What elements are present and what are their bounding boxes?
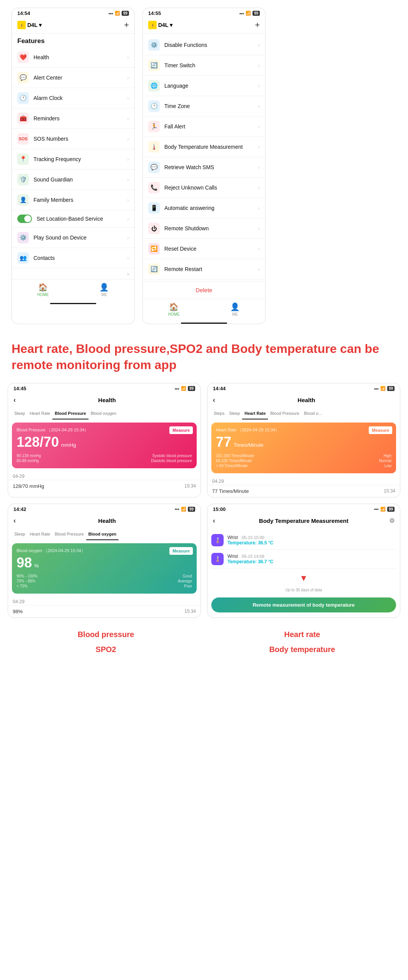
menu-item-reset[interactable]: 🔁 Reset Device › [143, 239, 265, 259]
hr-back-button[interactable]: ‹ [213, 396, 215, 404]
menu-item-reject[interactable]: 📞 Reject Unknown Calls › [143, 178, 265, 198]
bp-tab-bloodpressure[interactable]: Blood Pressure [52, 409, 88, 419]
reset-chevron: › [258, 246, 260, 252]
timezone-icon: 🕐 [148, 100, 160, 112]
tab-me-right[interactable]: 👤 ME [230, 302, 240, 316]
delete-button[interactable]: Delete [143, 281, 265, 299]
temp-wrist-icon-2: 🌡️ [211, 553, 224, 565]
more-chevron-left: › [127, 271, 129, 277]
bp-tab-sleep[interactable]: Sleep [12, 409, 27, 419]
play-sound-icon: ⚙️ [17, 232, 29, 243]
tab-me-left[interactable]: 👤 ME [99, 283, 109, 297]
menu-item-auto-answer[interactable]: 📱 Automatic answering › [143, 198, 265, 218]
tab-home-left[interactable]: 🏠 HOME [37, 283, 49, 297]
menu-item-sms[interactable]: 💬 Retrieve Watch SMS › [143, 157, 265, 178]
add-button-left[interactable]: + [124, 20, 129, 30]
bp-record: 128/70 mmHg 15:34 [8, 480, 201, 492]
tab-home-right[interactable]: 🏠 HOME [168, 302, 180, 316]
menu-item-disable[interactable]: ⚙️ Disable Functions › [143, 35, 265, 55]
spo2-back-button[interactable]: ‹ [13, 517, 16, 525]
body-temp-label: Body Temperature Measurement [164, 144, 258, 150]
menu-item-body-temp[interactable]: 🌡️ Body Temperature Measurement › [143, 137, 265, 157]
spo2-unit: % [34, 563, 39, 569]
temp-battery: 99 [387, 507, 395, 512]
shutdown-label: Remote Shutdown [164, 225, 258, 231]
menu-item-timer[interactable]: 🔄 Timer Switch › [143, 55, 265, 76]
spo2-phone: 14:42 ▪▪▪ 📶 99 ‹ Health Sleep Heart Rate… [8, 504, 201, 618]
menu-item-play-sound[interactable]: ⚙️ Play Sound on Device › [12, 228, 134, 248]
spo2-nav-title: Health [19, 517, 195, 524]
hr-record-time: 15:34 [384, 488, 395, 494]
menu-item-tracking[interactable]: 📍 Tracking Frequency › [12, 149, 134, 170]
temp-time: 15:00 [213, 506, 226, 512]
bp-value: 128/70 [17, 434, 59, 450]
temp-nav-header: ‹ Body Temperature Measurement ⚙ [207, 514, 400, 528]
hr-wifi: 📶 [380, 386, 386, 391]
contacts-icon: 👥 [17, 252, 29, 264]
menu-item-family[interactable]: 👤 Family Members › [12, 190, 134, 210]
headline-text: Heart rate, Blood pressure,SPO2 and Body… [12, 341, 396, 373]
menu-item-timezone[interactable]: 🕐 Time Zone › [143, 96, 265, 116]
hr-tab-steps[interactable]: Steps [211, 409, 227, 419]
menu-item-contacts[interactable]: 👥 Contacts › [12, 248, 134, 268]
brand-logo-left[interactable]: ⚠️ D4L ▾ [17, 21, 42, 29]
body-temp-icon: 🌡️ [148, 141, 160, 153]
menu-item-sound-guardian[interactable]: 🛡️ Sound Guardian › [12, 170, 134, 190]
hr-measure-button[interactable]: Measure [369, 426, 392, 434]
contacts-label: Contacts [33, 255, 127, 261]
hr-tab-bp[interactable]: Blood Pressure [268, 409, 301, 419]
language-label: Language [164, 83, 258, 89]
menu-item-alert-center[interactable]: 💬 Alert Center › [12, 68, 134, 88]
hr-tab-heartrate[interactable]: Heart Rate [242, 409, 268, 419]
home-tab-icon-right: 🏠 [169, 302, 179, 311]
brand-name-right: D4L [158, 22, 168, 28]
signal-icon-right: ▪▪▪ [239, 11, 244, 16]
me-tab-icon-left: 👤 [99, 283, 109, 292]
play-sound-chevron: › [127, 235, 129, 241]
bp-tab-heartrate[interactable]: Heart Rate [27, 409, 52, 419]
spo2-tab-sleep[interactable]: Sleep [12, 530, 27, 540]
shutdown-icon: ⏻ [148, 223, 160, 234]
temp-list: 🌡️ Wrist 05-15 15:00 Temperature: 36.5 °… [207, 528, 400, 572]
spo2-tab-oxygen[interactable]: Blood oxygen [86, 530, 119, 540]
bp-signal: ▪▪▪ [175, 386, 179, 391]
spo2-tab-bp[interactable]: Blood Pressure [52, 530, 86, 540]
spo2-tab-heartrate[interactable]: Heart Rate [27, 530, 52, 540]
restart-icon: 🔄 [148, 263, 160, 275]
menu-item-restart[interactable]: 🔄 Remote Restart › [143, 259, 265, 280]
wifi-icon-right: 📶 [246, 11, 251, 16]
right-phone: 14:55 ▪▪▪ 📶 99 ⚠️ D4L ▾ + ⚙️ Disable Fun… [142, 8, 266, 324]
menu-item-language[interactable]: 🌐 Language › [143, 76, 265, 96]
alert-center-icon: 💬 [17, 72, 29, 83]
bp-card: Blood Pressure （2024-04-29 15:34） 128/70… [12, 423, 197, 468]
spo2-measure-button[interactable]: Measure [169, 547, 193, 555]
hr-tab-oxygen[interactable]: Blood o... [302, 409, 324, 419]
temp-gear-icon[interactable]: ⚙ [389, 517, 395, 524]
menu-item-alarm-clock[interactable]: 🕐 Alarm Clock › [12, 88, 134, 108]
menu-item-location[interactable]: Set Location-Based Service › [12, 210, 134, 228]
reject-icon: 📞 [148, 182, 160, 193]
menu-item-fall[interactable]: 🏃 Fall Alert › [143, 116, 265, 137]
menu-item-health[interactable]: ❤️ Health › [12, 47, 134, 68]
bp-tab-oxygen[interactable]: Blood oxygen [89, 409, 119, 419]
timer-chevron: › [258, 62, 260, 68]
location-toggle[interactable] [17, 215, 32, 223]
menu-item-sos[interactable]: SOS SOS Numbers › [12, 129, 134, 149]
right-phone-header: ⚠️ D4L ▾ + [143, 18, 265, 33]
add-button-right[interactable]: + [255, 20, 260, 30]
menu-item-shutdown[interactable]: ⏻ Remote Shutdown › [143, 218, 265, 239]
temp-back-button[interactable]: ‹ [213, 517, 215, 525]
me-tab-label-right: ME [232, 312, 238, 316]
hr-tab-sleep[interactable]: Sleep [227, 409, 242, 419]
language-chevron: › [258, 83, 260, 89]
hr-range-1-value: 101-200 Times/Minute [216, 454, 254, 458]
bp-back-button[interactable]: ‹ [13, 396, 16, 404]
brand-logo-right[interactable]: ⚠️ D4L ▾ [148, 21, 172, 29]
sms-chevron: › [258, 164, 260, 170]
bp-measure-button[interactable]: Measure [169, 426, 193, 434]
auto-answer-chevron: › [258, 205, 260, 211]
location-label: Set Location-Based Service [37, 216, 127, 222]
remote-measure-button[interactable]: Remote measurement of body temperature [211, 597, 396, 612]
menu-item-reminders[interactable]: 🧰 Reminders › [12, 108, 134, 129]
more-row-left[interactable]: › [12, 268, 134, 279]
